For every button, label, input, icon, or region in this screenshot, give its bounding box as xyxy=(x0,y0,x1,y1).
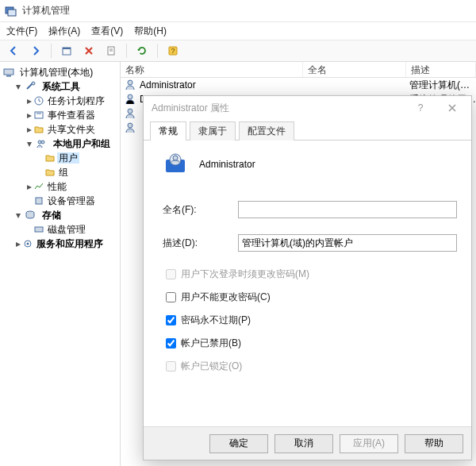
menu-help[interactable]: 帮助(H) xyxy=(134,25,167,38)
toolbar-forward-button[interactable] xyxy=(27,42,44,60)
tree-root[interactable]: 计算机管理(本地) xyxy=(18,67,94,78)
svg-rect-17 xyxy=(36,198,42,204)
folder-icon xyxy=(33,124,44,135)
description-label: 描述(D): xyxy=(163,237,238,250)
toolbar-properties-button[interactable] xyxy=(102,42,120,60)
svg-point-15 xyxy=(38,141,41,144)
tree-disk-management[interactable]: 磁盘管理 xyxy=(46,224,87,235)
check-label: 帐户已锁定(O) xyxy=(181,360,242,373)
checkbox-disabled[interactable] xyxy=(166,338,176,349)
help-button[interactable]: 帮助 xyxy=(405,434,463,453)
dialog-tabs: 常规 隶属于 配置文件 xyxy=(144,120,471,141)
svg-rect-19 xyxy=(35,227,43,232)
expand-icon[interactable]: ▸ xyxy=(25,122,33,137)
user-icon xyxy=(124,79,136,91)
check-must-change-password: 用户下次登录时须更改密码(M) xyxy=(166,268,457,281)
fullname-input[interactable] xyxy=(238,201,457,218)
folder-icon xyxy=(44,167,56,178)
tab-general[interactable]: 常规 xyxy=(150,121,186,141)
svg-point-25 xyxy=(128,123,132,128)
svg-point-22 xyxy=(128,80,132,85)
tab-profile[interactable]: 配置文件 xyxy=(239,121,294,141)
event-icon xyxy=(33,110,44,121)
list-header[interactable]: 名称 全名 描述 xyxy=(121,62,476,78)
check-account-disabled[interactable]: 帐户已禁用(B) xyxy=(166,337,457,350)
storage-icon xyxy=(25,210,36,221)
user-name: Administrator xyxy=(140,79,306,91)
check-cannot-change-password[interactable]: 用户不能更改密码(C) xyxy=(166,291,457,304)
svg-rect-13 xyxy=(35,112,43,118)
toolbar-help-button[interactable]: ? xyxy=(164,42,182,60)
apply-button[interactable]: 应用(A) xyxy=(340,434,398,453)
expand-icon[interactable]: ▾ xyxy=(14,208,22,222)
list-item[interactable]: Administrator 管理计算机(域)的内置 xyxy=(121,78,476,92)
description-input[interactable] xyxy=(238,234,457,252)
check-label: 用户下次登录时须更改密码(M) xyxy=(181,268,309,281)
menu-file[interactable]: 文件(F) xyxy=(6,25,37,38)
folder-icon xyxy=(44,152,56,164)
checkbox-never-expires[interactable] xyxy=(166,315,176,325)
expand-icon[interactable]: ▾ xyxy=(14,79,22,94)
user-icon xyxy=(124,93,136,106)
disk-icon xyxy=(33,224,44,235)
checkbox-must-change xyxy=(166,269,176,279)
svg-rect-9 xyxy=(4,69,13,75)
toolbar-divider xyxy=(157,44,158,58)
dialog-titlebar[interactable]: Administrator 属性 ? xyxy=(144,96,471,120)
svg-rect-10 xyxy=(6,75,11,77)
tree-local-users-groups[interactable]: 本地用户和组 xyxy=(52,138,112,149)
tree-storage[interactable]: 存储 xyxy=(40,210,63,221)
toolbar-up-button[interactable] xyxy=(58,42,75,60)
expand-icon[interactable]: ▸ xyxy=(25,94,33,108)
window-titlebar: 计算机管理 xyxy=(0,0,476,22)
column-description[interactable]: 描述 xyxy=(406,62,476,77)
expand-icon[interactable]: ▾ xyxy=(25,137,33,151)
checkbox-cannot-change[interactable] xyxy=(166,292,176,302)
toolbar: ? xyxy=(0,40,476,62)
tree-device-manager[interactable]: 设备管理器 xyxy=(46,195,97,206)
check-label: 帐户已禁用(B) xyxy=(181,337,241,350)
dialog-close-button[interactable] xyxy=(436,98,468,118)
expand-icon[interactable]: ▸ xyxy=(25,108,33,122)
svg-point-28 xyxy=(173,156,178,160)
column-name[interactable]: 名称 xyxy=(121,62,303,77)
menu-view[interactable]: 查看(V) xyxy=(91,25,123,38)
toolbar-divider xyxy=(126,44,127,58)
dialog-title: Administrator 属性 xyxy=(152,102,405,115)
cancel-button[interactable]: 取消 xyxy=(274,434,333,453)
expand-icon[interactable]: ▸ xyxy=(25,179,33,194)
tree-event-viewer[interactable]: 事件查看器 xyxy=(46,110,97,121)
tree-users[interactable]: 用户 xyxy=(57,152,79,164)
expand-icon[interactable]: ▸ xyxy=(14,237,22,251)
properties-dialog: Administrator 属性 ? 常规 隶属于 配置文件 Administr… xyxy=(143,95,472,460)
menu-action[interactable]: 操作(A) xyxy=(48,25,80,38)
toolbar-back-button[interactable] xyxy=(5,42,22,60)
tree-system-tools[interactable]: 系统工具 xyxy=(40,81,82,92)
checkbox-locked xyxy=(166,361,176,372)
check-password-never-expires[interactable]: 密码永不过期(P) xyxy=(166,314,457,327)
toolbar-delete-button[interactable] xyxy=(80,42,98,60)
svg-rect-1 xyxy=(8,10,16,16)
window-title: 计算机管理 xyxy=(22,4,70,17)
tree-task-scheduler[interactable]: 任务计划程序 xyxy=(46,95,106,106)
device-icon xyxy=(33,195,44,206)
check-label: 密码永不过期(P) xyxy=(181,314,251,327)
column-fullname[interactable]: 全名 xyxy=(303,62,406,77)
navigation-tree[interactable]: 计算机管理(本地) ▾ 系统工具 ▸任务计划程序 ▸事件查看器 ▸共享文件夹 xyxy=(0,62,121,466)
tree-services-apps[interactable]: 服务和应用程序 xyxy=(35,238,105,249)
svg-point-11 xyxy=(32,82,35,85)
svg-point-16 xyxy=(41,141,44,144)
tree-shared-folders[interactable]: 共享文件夹 xyxy=(46,124,97,135)
fullname-label: 全名(F): xyxy=(163,203,238,217)
toolbar-refresh-button[interactable] xyxy=(133,42,151,60)
menubar: 文件(F) 操作(A) 查看(V) 帮助(H) xyxy=(0,22,476,40)
tree-groups[interactable]: 组 xyxy=(57,167,70,178)
check-account-locked: 帐户已锁定(O) xyxy=(166,360,457,373)
toolbar-divider xyxy=(51,44,52,58)
dialog-help-button[interactable]: ? xyxy=(405,98,436,118)
check-label: 用户不能更改密码(C) xyxy=(181,291,271,304)
tree-performance[interactable]: 性能 xyxy=(46,181,68,192)
ok-button[interactable]: 确定 xyxy=(209,434,268,453)
tab-member-of[interactable]: 隶属于 xyxy=(190,121,236,141)
dialog-footer: 确定 取消 应用(A) 帮助 xyxy=(144,426,471,460)
